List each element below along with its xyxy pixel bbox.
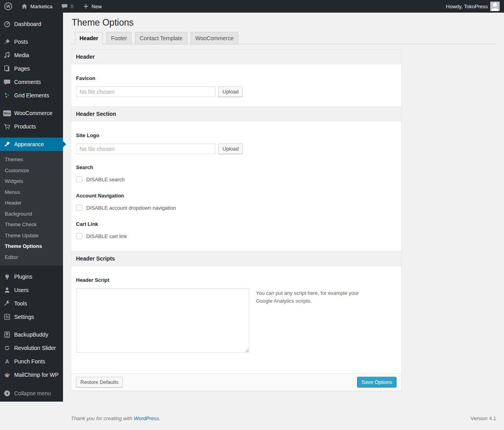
plugin-icon xyxy=(3,273,11,281)
wordpress-menu[interactable]: W xyxy=(0,0,17,13)
submenu-item-customize[interactable]: Customize xyxy=(0,165,63,176)
site-name-menu[interactable]: Marketica xyxy=(17,0,57,13)
sidebar-item-label: Posts xyxy=(14,39,28,45)
tab-header[interactable]: Header xyxy=(75,32,103,45)
sidebar-item-tools[interactable]: Tools xyxy=(0,297,63,310)
theme-options-panel: Header Favicon Upload Header Section Sit… xyxy=(71,49,402,391)
plus-icon xyxy=(82,3,89,10)
backup-drive-icon xyxy=(3,331,11,339)
sidebar-item-media[interactable]: Media xyxy=(0,48,63,62)
wordpress-link[interactable]: WordPress xyxy=(134,415,159,421)
grid-elements-icon xyxy=(3,91,11,99)
favicon-upload-button[interactable]: Upload xyxy=(218,86,243,97)
sidebar-item-grid-elements[interactable]: Grid Elements xyxy=(0,89,63,102)
header-section-block: Favicon Upload xyxy=(71,64,401,106)
submenu-item-theme-options[interactable]: Theme Options xyxy=(0,241,63,252)
page-title: Theme Options xyxy=(71,13,496,32)
home-icon xyxy=(21,3,28,10)
favicon-file-input[interactable] xyxy=(76,86,215,97)
submenu-item-menus[interactable]: Menus xyxy=(0,187,63,198)
sidebar-item-posts[interactable]: Posts xyxy=(0,35,63,48)
sidebar-item-dashboard[interactable]: Dashboard xyxy=(0,17,63,31)
sidebar-item-woocommerce[interactable]: Woo WooCommerce xyxy=(0,106,63,120)
submenu-item-editor[interactable]: Editor xyxy=(0,252,63,263)
sidebar-item-label: Dashboard xyxy=(14,21,41,27)
collapse-menu-button[interactable]: Collapse menu xyxy=(0,387,63,400)
account-navigation-label: Account Navigation xyxy=(76,193,397,199)
sidebar-item-label: WooCommerce xyxy=(14,110,52,116)
menu-separator xyxy=(0,382,63,386)
admin-sidebar: Dashboard Posts Media Pages Comments Gri… xyxy=(0,13,63,402)
letter-a-icon: A xyxy=(3,357,11,365)
sidebar-item-label: Collapse menu xyxy=(14,390,51,396)
tab-footer[interactable]: Footer xyxy=(106,32,132,45)
sidebar-item-label: Media xyxy=(14,52,29,58)
favicon-file-row: Upload xyxy=(76,86,397,97)
disable-cart-link-checkbox[interactable] xyxy=(76,233,82,239)
disable-account-nav-label: DISABLE account dropdown navigation xyxy=(86,205,176,211)
sidebar-item-products[interactable]: Products xyxy=(0,120,63,133)
admin-bar-right: Howdy, TokoPress xyxy=(442,0,504,13)
new-content-menu[interactable]: New xyxy=(78,0,106,13)
sidebar-item-label: Grid Elements xyxy=(14,92,49,99)
mailchimp-monkey-icon xyxy=(3,371,11,379)
howdy-label: Howdy, TokoPress xyxy=(446,4,488,9)
header-scripts-block: Header Script You can put any script her… xyxy=(71,266,401,373)
site-logo-file-input[interactable] xyxy=(76,143,215,154)
tab-contact-template[interactable]: Contact Template xyxy=(135,32,187,45)
header-script-help-text: You can put any script here, for example… xyxy=(256,288,376,353)
disable-cart-link-row: DISABLE cart link xyxy=(76,233,397,239)
site-logo-file-row: Upload xyxy=(76,143,397,154)
sidebar-item-label: Products xyxy=(14,123,36,130)
sidebar-item-pages[interactable]: Pages xyxy=(0,62,63,75)
sidebar-item-mailchimp[interactable]: MailChimp for WP xyxy=(0,368,63,382)
sidebar-item-backupbuddy[interactable]: BackupBuddy xyxy=(0,328,63,341)
sidebar-item-label: Users xyxy=(14,287,29,293)
favicon-label: Favicon xyxy=(76,75,397,81)
comments-shortcut[interactable]: 0 xyxy=(57,0,78,13)
my-account-menu[interactable]: Howdy, TokoPress xyxy=(442,0,504,13)
tab-woocommerce[interactable]: WooCommerce xyxy=(191,32,238,45)
site-logo-label: Site Logo xyxy=(76,132,397,138)
site-logo-upload-button[interactable]: Upload xyxy=(218,143,243,154)
thanks-suffix: . xyxy=(159,415,161,421)
submenu-item-theme-check[interactable]: Theme Check xyxy=(0,219,63,230)
save-options-button[interactable]: Save Options xyxy=(357,377,397,387)
menu-separator xyxy=(0,133,63,138)
woocommerce-badge-icon: Woo xyxy=(3,109,11,117)
avatar xyxy=(490,2,500,11)
sidebar-item-label: BackupBuddy xyxy=(14,331,48,338)
dashboard-icon xyxy=(3,20,11,28)
wordpress-logo-icon: W xyxy=(4,2,12,10)
menu-separator xyxy=(0,102,63,106)
header-script-textarea[interactable] xyxy=(76,288,249,353)
sidebar-item-plugins[interactable]: Plugins xyxy=(0,270,63,283)
sidebar-item-settings[interactable]: Settings xyxy=(0,310,63,324)
sidebar-item-revolution-slider[interactable]: Revolution Slider xyxy=(0,341,63,355)
collapse-arrow-icon xyxy=(3,389,11,397)
sidebar-item-label: Pages xyxy=(14,65,30,72)
disable-search-label: DISABLE search xyxy=(86,177,125,182)
submenu-item-header[interactable]: Header xyxy=(0,197,63,208)
restore-defaults-button[interactable]: Restore Defaults xyxy=(76,377,123,387)
submenu-item-background[interactable]: Background xyxy=(0,208,63,220)
rotate-arrows-icon xyxy=(3,344,11,352)
submenu-item-themes[interactable]: Themes xyxy=(0,154,63,165)
disable-search-checkbox[interactable] xyxy=(76,176,82,182)
thanks-prefix: Thank you for creating with xyxy=(71,415,134,421)
sidebar-item-appearance[interactable]: Appearance xyxy=(0,138,63,151)
page-footer: Thank you for creating with WordPress. V… xyxy=(71,415,496,421)
wrench-icon xyxy=(3,300,11,307)
admin-bar-left: W Marketica 0 New xyxy=(0,0,106,13)
sidebar-item-comments[interactable]: Comments xyxy=(0,75,63,89)
media-icon xyxy=(3,51,11,59)
disable-account-nav-checkbox[interactable] xyxy=(76,205,82,211)
submenu-item-widgets[interactable]: Widgets xyxy=(0,176,63,187)
sidebar-item-punch-fonts[interactable]: A Punch Fonts xyxy=(0,355,63,368)
search-label: Search xyxy=(76,164,397,170)
disable-search-row: DISABLE search xyxy=(76,176,397,182)
sidebar-item-users[interactable]: Users xyxy=(0,283,63,297)
submenu-item-theme-update[interactable]: Theme Update xyxy=(0,230,63,241)
header-script-row: You can put any script here, for example… xyxy=(76,288,397,372)
brush-icon xyxy=(3,140,11,148)
